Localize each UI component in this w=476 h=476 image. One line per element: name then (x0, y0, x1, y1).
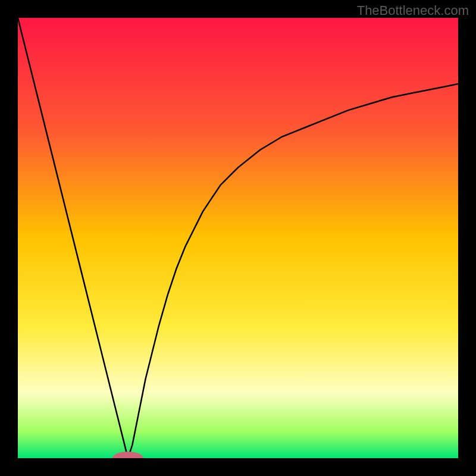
bottleneck-chart (18, 18, 458, 458)
chart-container: TheBottleneck.com (0, 0, 476, 476)
gradient-background (18, 18, 458, 458)
watermark-text: TheBottleneck.com (357, 3, 469, 18)
plot-area (18, 18, 458, 458)
